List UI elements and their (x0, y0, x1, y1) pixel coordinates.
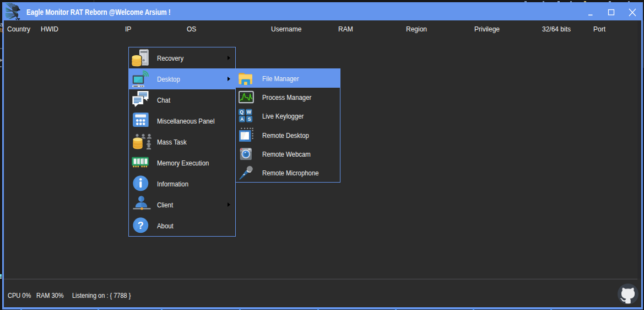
svg-text:W: W (247, 110, 252, 115)
svg-text:A: A (240, 116, 243, 122)
svg-text:S: S (248, 116, 251, 122)
svg-text:?: ? (138, 220, 144, 231)
svg-text:Q: Q (240, 110, 243, 115)
